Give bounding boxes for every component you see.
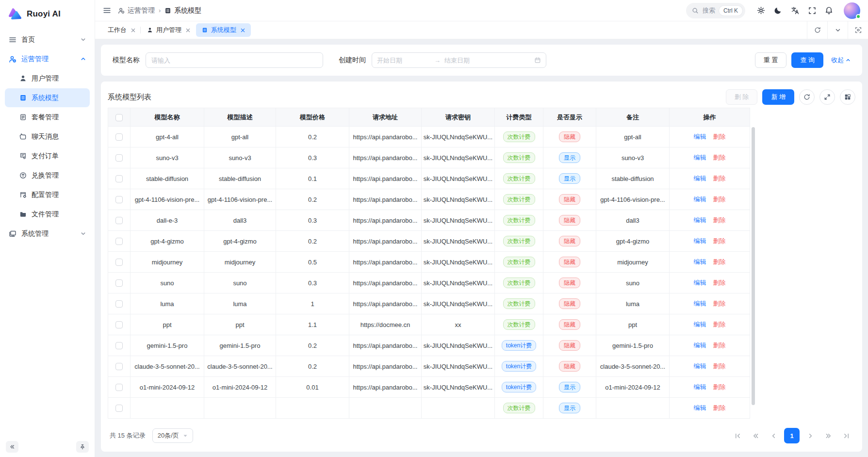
forward-five-pages-button[interactable]	[821, 428, 835, 443]
tab-list-dropdown-button[interactable]	[827, 21, 848, 39]
collapse-sidebar-button[interactable]	[6, 441, 18, 453]
row-checkbox[interactable]	[115, 133, 123, 141]
sidebar-item-file-management[interactable]: 文件管理	[5, 205, 90, 224]
row-checkbox[interactable]	[115, 321, 123, 328]
edit-link[interactable]: 编辑	[694, 237, 706, 245]
edit-link[interactable]: 编辑	[694, 342, 706, 349]
sidebar-item-chat-messages[interactable]: 聊天消息	[5, 127, 90, 146]
close-icon[interactable]	[241, 28, 245, 33]
expand-table-button[interactable]	[819, 89, 835, 105]
edit-link[interactable]: 编辑	[694, 362, 706, 370]
model-name-input[interactable]	[146, 52, 323, 68]
translate-icon[interactable]	[791, 6, 800, 15]
row-checkbox[interactable]	[115, 405, 123, 412]
gear-icon[interactable]	[757, 6, 765, 15]
delete-link[interactable]: 删除	[713, 342, 726, 349]
delete-link[interactable]: 删除	[713, 279, 726, 286]
dark-mode-moon-icon[interactable]	[774, 6, 782, 15]
row-checkbox[interactable]	[115, 175, 123, 182]
list-title: 系统模型列表	[108, 93, 151, 102]
sidebar-item-home[interactable]: 首页	[5, 30, 90, 49]
collapse-filter-link[interactable]: 收起	[831, 56, 851, 65]
content-fullscreen-button[interactable]	[848, 21, 868, 39]
sidebar-item-exchange-management[interactable]: 兑换管理	[5, 166, 90, 185]
tab-workbench[interactable]: 工作台	[102, 23, 141, 37]
edit-link[interactable]: 编辑	[694, 216, 706, 224]
current-page-button[interactable]: 1	[784, 428, 800, 443]
delete-link[interactable]: 删除	[713, 175, 726, 182]
hamburger-menu-icon[interactable]	[103, 6, 111, 15]
edit-link[interactable]: 编辑	[694, 383, 706, 391]
delete-link[interactable]: 删除	[713, 300, 726, 307]
reset-button[interactable]: 重 置	[755, 52, 787, 68]
row-checkbox[interactable]	[115, 154, 123, 162]
last-page-button[interactable]	[839, 428, 853, 443]
cell-model-name: stable-diffusion	[131, 168, 204, 189]
edit-link[interactable]: 编辑	[694, 300, 706, 307]
breadcrumb-system-model[interactable]: 系统模型	[164, 6, 201, 15]
date-range-picker[interactable]: →	[372, 52, 546, 68]
edit-link[interactable]: 编辑	[694, 258, 706, 265]
notification-bell-icon[interactable]	[825, 6, 833, 15]
row-checkbox[interactable]	[115, 238, 123, 245]
delete-link[interactable]: 删除	[713, 362, 726, 370]
row-checkbox[interactable]	[115, 300, 123, 308]
batch-delete-button[interactable]: 删 除	[726, 89, 758, 105]
back-five-pages-button[interactable]	[748, 428, 763, 443]
delete-link[interactable]: 删除	[713, 196, 726, 203]
next-page-button[interactable]	[803, 428, 818, 443]
edit-link[interactable]: 编辑	[694, 279, 706, 286]
refresh-tab-button[interactable]	[807, 21, 827, 39]
row-checkbox[interactable]	[115, 259, 123, 266]
sidebar-item-user-management[interactable]: 用户管理	[5, 69, 90, 88]
row-checkbox[interactable]	[115, 217, 123, 224]
tab-system-model[interactable]: 系统模型	[196, 23, 251, 37]
cell-model-desc: suno	[204, 273, 276, 294]
breadcrumb-operations[interactable]: 运营管理	[118, 6, 155, 15]
row-checkbox[interactable]	[115, 196, 123, 203]
start-date-input[interactable]	[377, 57, 430, 64]
edit-link[interactable]: 编辑	[694, 196, 706, 203]
row-checkbox[interactable]	[115, 384, 123, 391]
delete-link[interactable]: 删除	[713, 404, 726, 411]
pin-sidebar-button[interactable]	[76, 441, 89, 453]
delete-link[interactable]: 删除	[713, 237, 726, 245]
tab-user-management[interactable]: 用户管理	[141, 23, 196, 37]
sidebar-item-system-management[interactable]: 系统管理	[5, 224, 90, 243]
refresh-table-button[interactable]	[799, 89, 815, 105]
page-size-select[interactable]: 20条/页	[152, 428, 193, 443]
fullscreen-icon[interactable]	[808, 7, 816, 15]
delete-link[interactable]: 删除	[713, 133, 726, 140]
add-button[interactable]: 新 增	[762, 89, 794, 105]
edit-link[interactable]: 编辑	[694, 154, 706, 161]
delete-link[interactable]: 删除	[713, 383, 726, 391]
sidebar-item-operations[interactable]: 运营管理	[5, 49, 90, 68]
edit-link[interactable]: 编辑	[694, 175, 706, 182]
select-all-checkbox[interactable]	[115, 114, 123, 121]
sidebar-item-package-management[interactable]: 套餐管理	[5, 108, 90, 127]
vertical-scrollbar-thumb[interactable]	[752, 127, 755, 405]
table-viewport: 模型名称 模型描述 模型价格 请求地址 请求密钥 计费类型 是否显示 备注 操作	[108, 108, 855, 424]
delete-link[interactable]: 删除	[713, 154, 726, 161]
first-page-button[interactable]	[730, 428, 745, 443]
edit-link[interactable]: 编辑	[694, 404, 706, 411]
edit-link[interactable]: 编辑	[694, 321, 706, 328]
end-date-input[interactable]	[444, 57, 530, 64]
row-checkbox[interactable]	[115, 279, 123, 287]
edit-link[interactable]: 编辑	[694, 133, 706, 140]
previous-page-button[interactable]	[766, 428, 781, 443]
user-avatar[interactable]	[844, 2, 860, 19]
close-icon[interactable]	[131, 28, 135, 33]
delete-link[interactable]: 删除	[713, 321, 726, 328]
close-icon[interactable]	[186, 28, 190, 33]
row-checkbox[interactable]	[115, 342, 123, 349]
row-checkbox[interactable]	[115, 363, 123, 370]
delete-link[interactable]: 删除	[713, 258, 726, 265]
sidebar-item-system-model[interactable]: 系统模型	[5, 88, 90, 107]
query-button[interactable]: 查 询	[791, 52, 823, 68]
global-search[interactable]: 搜索 Ctrl K	[686, 3, 745, 18]
sidebar-item-payment-orders[interactable]: 支付订单	[5, 147, 90, 165]
column-settings-button[interactable]	[840, 89, 855, 105]
sidebar-item-config-management[interactable]: 配置管理	[5, 185, 90, 204]
delete-link[interactable]: 删除	[713, 216, 726, 224]
